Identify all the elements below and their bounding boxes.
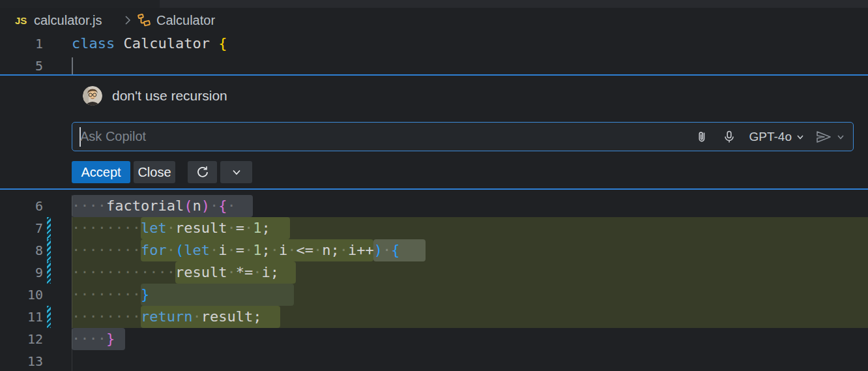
chevron-down-icon bbox=[231, 166, 242, 178]
accept-button[interactable]: Accept bbox=[72, 161, 130, 183]
chat-user-message: don't use recursion bbox=[112, 88, 227, 104]
line-number: 10 bbox=[0, 284, 43, 306]
inline-chat-top-border bbox=[0, 74, 868, 76]
chat-input[interactable] bbox=[80, 123, 654, 151]
vscode-inline-chat-screen: JS calculator.js Calculator 1class Calcu… bbox=[0, 0, 868, 371]
code-line-13[interactable]: 13 bbox=[0, 350, 868, 371]
gutter-modified-bar bbox=[47, 217, 51, 239]
send-dropdown[interactable] bbox=[836, 132, 845, 141]
paperclip-icon[interactable] bbox=[691, 126, 713, 148]
code-line-6[interactable]: 6····factorial(n)·{· bbox=[0, 195, 868, 217]
code-line-12[interactable]: 12····} bbox=[0, 328, 868, 350]
code-line-7[interactable]: 7········let·result·=·1; bbox=[0, 217, 868, 239]
line-number: 12 bbox=[0, 328, 43, 350]
code-text: class Calculator { bbox=[72, 33, 227, 55]
code-line-8[interactable]: 8········for·(let·i·=·1;·i·<=·n;·i++)·{ bbox=[0, 239, 868, 261]
line-number: 11 bbox=[0, 306, 43, 328]
microphone-icon[interactable] bbox=[718, 126, 740, 148]
indent-guide bbox=[72, 195, 72, 371]
more-actions-button[interactable] bbox=[220, 161, 252, 183]
inline-chat-bottom-border bbox=[0, 188, 868, 190]
code-line-1[interactable]: 1class Calculator { bbox=[0, 33, 868, 55]
editor-cursor bbox=[72, 57, 73, 74]
code-text: ········for·(let·i·=·1;·i·<=·n;·i++)·{ bbox=[72, 239, 399, 261]
chevron-down-icon bbox=[796, 132, 805, 141]
code-editor: 1class Calculator {56····factorial(n)·{·… bbox=[0, 0, 868, 371]
highlight-mid bbox=[141, 284, 295, 306]
line-number: 6 bbox=[0, 195, 43, 217]
code-text: ········let·result·=·1; bbox=[72, 217, 270, 239]
gutter-modified-bar bbox=[47, 261, 51, 284]
model-label: GPT-4o bbox=[749, 130, 792, 144]
model-picker[interactable]: GPT-4o bbox=[745, 130, 809, 144]
code-text: ········return·result; bbox=[72, 306, 261, 328]
code-text: ····} bbox=[72, 328, 115, 350]
code-text: ········} bbox=[72, 284, 149, 306]
code-text: ····factorial(n)·{· bbox=[72, 195, 236, 217]
gutter-modified-bar bbox=[47, 306, 51, 328]
code-line-9[interactable]: 9············result·*=·i; bbox=[0, 261, 868, 284]
close-button[interactable]: Close bbox=[134, 161, 175, 183]
line-number: 8 bbox=[0, 239, 43, 261]
line-number: 5 bbox=[0, 55, 43, 77]
code-line-11[interactable]: 11········return·result; bbox=[0, 306, 868, 328]
line-number: 9 bbox=[0, 261, 43, 284]
refresh-icon bbox=[195, 165, 210, 179]
code-line-10[interactable]: 10········} bbox=[0, 284, 868, 306]
line-number: 13 bbox=[0, 350, 43, 371]
code-line-5[interactable]: 5 bbox=[0, 55, 868, 77]
chat-input-container: GPT-4o bbox=[72, 122, 854, 151]
rerun-button[interactable] bbox=[188, 161, 217, 183]
avatar bbox=[83, 86, 102, 106]
code-text: ············result·*=·i; bbox=[72, 261, 279, 284]
line-number: 7 bbox=[0, 217, 43, 239]
send-icon[interactable] bbox=[815, 129, 832, 145]
line-number: 1 bbox=[0, 33, 43, 55]
gutter-modified-bar bbox=[47, 239, 51, 261]
